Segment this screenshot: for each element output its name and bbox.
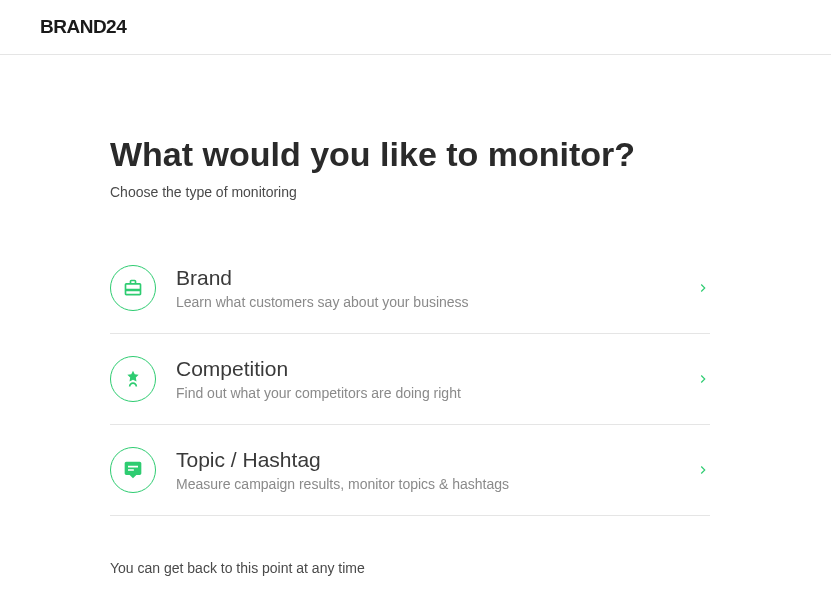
option-text: Brand Learn what customers say about you… — [176, 266, 696, 310]
option-text: Competition Find out what your competito… — [176, 357, 696, 401]
medal-icon — [110, 356, 156, 402]
chevron-right-icon — [696, 463, 710, 477]
header: BRAND24 — [0, 0, 831, 55]
option-title: Brand — [176, 266, 696, 290]
page-subtitle: Choose the type of monitoring — [110, 184, 710, 200]
logo: BRAND24 — [40, 16, 126, 38]
option-title: Topic / Hashtag — [176, 448, 696, 472]
chevron-right-icon — [696, 281, 710, 295]
option-description: Measure campaign results, monitor topics… — [176, 476, 696, 492]
main-content: What would you like to monitor? Choose t… — [0, 55, 710, 576]
option-description: Learn what customers say about your busi… — [176, 294, 696, 310]
option-competition[interactable]: Competition Find out what your competito… — [110, 334, 710, 425]
footer-note: You can get back to this point at any ti… — [110, 560, 710, 576]
option-topic-hashtag[interactable]: Topic / Hashtag Measure campaign results… — [110, 425, 710, 516]
page-title: What would you like to monitor? — [110, 135, 710, 174]
briefcase-icon — [110, 265, 156, 311]
chevron-right-icon — [696, 372, 710, 386]
option-title: Competition — [176, 357, 696, 381]
option-text: Topic / Hashtag Measure campaign results… — [176, 448, 696, 492]
option-description: Find out what your competitors are doing… — [176, 385, 696, 401]
option-brand[interactable]: Brand Learn what customers say about you… — [110, 255, 710, 334]
chat-icon — [110, 447, 156, 493]
